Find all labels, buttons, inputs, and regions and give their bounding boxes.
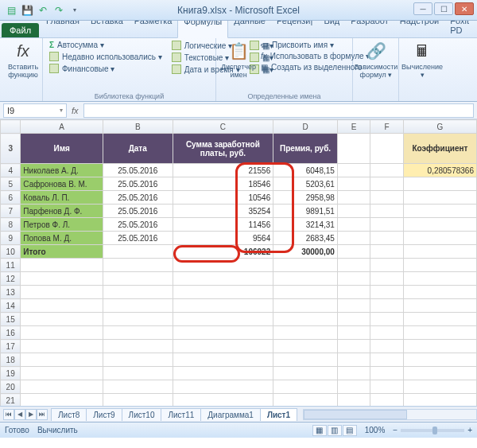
- name-cell[interactable]: Николаев А. Д.: [21, 164, 103, 177]
- cell[interactable]: [21, 259, 103, 272]
- row-header[interactable]: 18: [1, 353, 21, 367]
- cell[interactable]: [103, 326, 173, 340]
- cell[interactable]: [103, 340, 173, 353]
- sum-cell[interactable]: 18546: [173, 177, 273, 191]
- cell[interactable]: [337, 353, 370, 367]
- cell[interactable]: [337, 218, 370, 232]
- cell[interactable]: [21, 286, 103, 299]
- financial-button[interactable]: Финансовые ▾: [48, 63, 164, 74]
- cell[interactable]: [337, 313, 370, 326]
- cell[interactable]: [370, 299, 403, 313]
- cell[interactable]: [403, 272, 476, 286]
- cell[interactable]: [21, 313, 103, 326]
- col-header[interactable]: F: [370, 120, 403, 134]
- col-header[interactable]: C: [173, 120, 273, 134]
- cell[interactable]: [370, 286, 403, 299]
- row-header[interactable]: 9: [1, 232, 21, 245]
- cell[interactable]: [370, 380, 403, 394]
- cell[interactable]: [403, 259, 476, 272]
- cell[interactable]: [103, 313, 173, 326]
- premium-cell[interactable]: 3214,31: [273, 218, 338, 232]
- col-header[interactable]: E: [337, 120, 370, 134]
- row-header[interactable]: 4: [1, 164, 21, 177]
- minimize-button[interactable]: ─: [413, 2, 432, 15]
- calculation-button[interactable]: 🖩 Вычисление ▾: [404, 40, 440, 80]
- cell[interactable]: [370, 313, 403, 326]
- cell[interactable]: [173, 286, 273, 299]
- name-cell[interactable]: Сафронова В. М.: [21, 177, 103, 191]
- cell[interactable]: [103, 299, 173, 313]
- total-premium[interactable]: 30000,00: [273, 245, 338, 259]
- cell[interactable]: [337, 164, 370, 177]
- sum-cell[interactable]: 21556: [173, 164, 273, 177]
- cell[interactable]: [370, 191, 403, 205]
- cell[interactable]: [370, 259, 403, 272]
- date-cell[interactable]: 25.05.2016: [103, 191, 173, 205]
- qat-dropdown-icon[interactable]: ▾: [68, 4, 81, 17]
- row-header[interactable]: 14: [1, 299, 21, 313]
- row-header[interactable]: 13: [1, 286, 21, 299]
- col-header[interactable]: B: [103, 120, 173, 134]
- sheet-nav-next-icon[interactable]: ▶: [25, 409, 37, 420]
- sheet-tab[interactable]: Лист11: [161, 408, 201, 421]
- cell[interactable]: [21, 340, 103, 353]
- cell[interactable]: [173, 380, 273, 394]
- cell[interactable]: [21, 367, 103, 380]
- cell[interactable]: [173, 272, 273, 286]
- cell[interactable]: [337, 205, 370, 218]
- sheet-nav-first-icon[interactable]: ⏮: [3, 409, 14, 420]
- cell[interactable]: [370, 134, 403, 164]
- col-header[interactable]: G: [403, 120, 476, 134]
- cell[interactable]: [403, 394, 476, 407]
- zoom-slider[interactable]: [401, 429, 464, 432]
- row-header[interactable]: 19: [1, 367, 21, 380]
- cell[interactable]: [337, 245, 370, 259]
- zoom-out-button[interactable]: −: [393, 426, 398, 434]
- sheet-tab[interactable]: Лист1: [260, 408, 297, 421]
- cell[interactable]: [21, 326, 103, 340]
- cell[interactable]: [21, 299, 103, 313]
- table-header-cell[interactable]: Премия, руб.: [273, 134, 338, 164]
- cell[interactable]: [337, 177, 370, 191]
- cell[interactable]: [173, 259, 273, 272]
- col-header[interactable]: A: [21, 120, 103, 134]
- premium-cell[interactable]: 2958,98: [273, 191, 338, 205]
- cell[interactable]: [370, 177, 403, 191]
- cell[interactable]: [370, 232, 403, 245]
- cell[interactable]: [103, 286, 173, 299]
- horizontal-scrollbar[interactable]: [303, 409, 477, 420]
- sum-cell[interactable]: 9564: [173, 232, 273, 245]
- cell[interactable]: [273, 272, 338, 286]
- row-header[interactable]: 12: [1, 272, 21, 286]
- cell[interactable]: [370, 326, 403, 340]
- view-normal-icon[interactable]: ▦: [312, 425, 327, 436]
- cell[interactable]: [403, 353, 476, 367]
- cell[interactable]: [403, 286, 476, 299]
- cell[interactable]: [370, 164, 403, 177]
- save-icon[interactable]: 💾: [21, 4, 33, 17]
- cell[interactable]: [273, 367, 338, 380]
- zoom-in-button[interactable]: +: [467, 426, 472, 434]
- name-manager-button[interactable]: 📋 Диспетчер имен: [221, 40, 256, 80]
- row-header[interactable]: 17: [1, 340, 21, 353]
- select-all-corner[interactable]: [1, 120, 21, 134]
- col-header[interactable]: D: [273, 120, 338, 134]
- date-cell[interactable]: 25.05.2016: [103, 177, 173, 191]
- cell[interactable]: [21, 380, 103, 394]
- cell[interactable]: [173, 340, 273, 353]
- cell[interactable]: [337, 367, 370, 380]
- cell[interactable]: [370, 205, 403, 218]
- date-cell[interactable]: 25.05.2016: [103, 218, 173, 232]
- name-cell[interactable]: Попова М. Д.: [21, 232, 103, 245]
- cell[interactable]: [173, 313, 273, 326]
- cell[interactable]: [273, 380, 338, 394]
- cell[interactable]: [173, 394, 273, 407]
- formula-auditing-button[interactable]: 🔗 Зависимости формул ▾: [358, 40, 394, 80]
- cell[interactable]: [273, 313, 338, 326]
- cell[interactable]: [403, 326, 476, 340]
- worksheet-grid[interactable]: A B C D E F G 3ИмяДатаСумма заработной п…: [0, 119, 477, 406]
- sum-cell[interactable]: 10546: [173, 191, 273, 205]
- cell[interactable]: [173, 367, 273, 380]
- cell[interactable]: [403, 380, 476, 394]
- table-header-cell[interactable]: Дата: [103, 134, 173, 164]
